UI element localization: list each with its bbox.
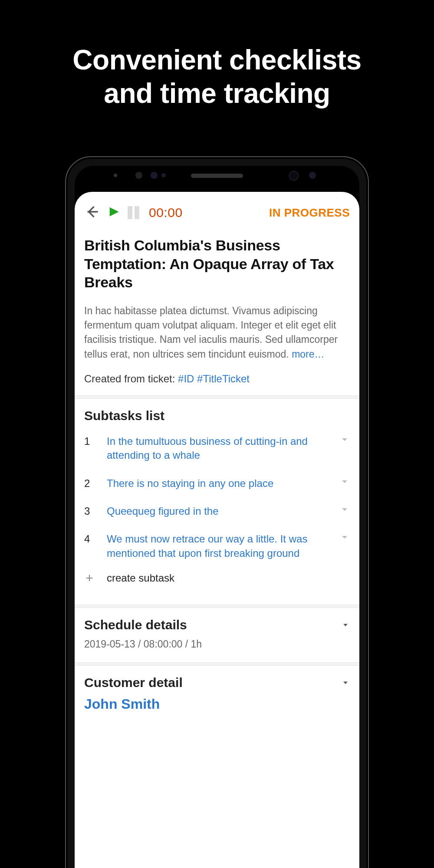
subtask-row[interactable]: 1 In the tumultuous business of cutting-… xyxy=(84,427,350,470)
subtasks-heading-label: Subtasks list xyxy=(84,408,164,423)
hero-heading: Convenient checklists and time tracking xyxy=(0,0,434,110)
chevron-down-icon[interactable] xyxy=(339,477,350,489)
schedule-heading: Schedule details xyxy=(84,618,187,632)
phone-frame: 00:00 IN PROGRESS British Columbia's Bus… xyxy=(65,156,369,868)
chevron-down-icon[interactable] xyxy=(339,434,350,447)
schedule-heading-row[interactable]: Schedule details xyxy=(84,618,350,632)
more-link[interactable]: more… xyxy=(292,349,324,360)
subtask-number: 4 xyxy=(84,532,95,545)
ticket-id-link[interactable]: #ID xyxy=(178,373,194,385)
pause-icon[interactable] xyxy=(128,206,139,219)
created-from-ticket: Created from ticket: #ID #TitleTicket xyxy=(84,373,350,385)
subtask-row[interactable]: 4 We must now retrace our way a little. … xyxy=(84,525,350,567)
subtask-number: 3 xyxy=(84,504,95,517)
hero-line-1: Convenient checklists xyxy=(0,43,434,77)
subtasks-list: 1 In the tumultuous business of cutting-… xyxy=(84,427,350,594)
plus-icon: + xyxy=(84,571,95,585)
triangle-down-icon xyxy=(341,675,350,690)
chevron-down-icon[interactable] xyxy=(339,532,350,544)
task-description: In hac habitasse platea dictumst. Vivamu… xyxy=(84,304,350,362)
chevron-down-icon[interactable] xyxy=(339,504,350,516)
ticket-title-link[interactable]: #TitleTicket xyxy=(197,373,250,385)
create-subtask-label: create subtask xyxy=(107,572,174,584)
subtask-number: 1 xyxy=(84,434,95,447)
device-statusbar xyxy=(75,166,359,187)
subtask-number: 2 xyxy=(84,477,95,490)
subtask-text: Queequeg figured in the xyxy=(107,504,327,518)
status-badge: IN PROGRESS xyxy=(269,206,350,220)
timer-value: 00:00 xyxy=(149,205,183,220)
triangle-down-icon xyxy=(341,618,350,632)
top-bar: 00:00 IN PROGRESS xyxy=(75,192,359,226)
section-divider xyxy=(75,662,359,666)
customer-heading: Customer detail xyxy=(84,675,183,690)
subtask-row[interactable]: 3 Queequeg figured in the xyxy=(84,497,350,525)
section-divider xyxy=(75,605,359,608)
subtask-row[interactable]: 2 There is no staying in any one place xyxy=(84,470,350,497)
customer-name-link[interactable]: John Smith xyxy=(84,696,350,712)
subtask-text: There is no staying in any one place xyxy=(107,477,327,490)
created-prefix: Created from ticket: xyxy=(84,373,178,385)
schedule-line: 2019-05-13 / 08:00:00 / 1h xyxy=(84,638,350,650)
play-icon[interactable] xyxy=(108,206,120,220)
subtasks-heading: Subtasks list xyxy=(84,408,350,423)
task-title: British Columbia's Business Temptation: … xyxy=(84,236,350,292)
back-icon[interactable] xyxy=(84,204,100,221)
customer-heading-row[interactable]: Customer detail xyxy=(84,675,350,690)
subtask-text: In the tumultuous business of cutting-in… xyxy=(107,434,327,463)
create-subtask-row[interactable]: + create subtask xyxy=(84,567,350,594)
app-screen: 00:00 IN PROGRESS British Columbia's Bus… xyxy=(75,192,359,868)
subtask-text: We must now retrace our way a little. It… xyxy=(107,532,327,560)
hero-line-2: and time tracking xyxy=(0,77,434,110)
section-divider xyxy=(75,395,359,399)
